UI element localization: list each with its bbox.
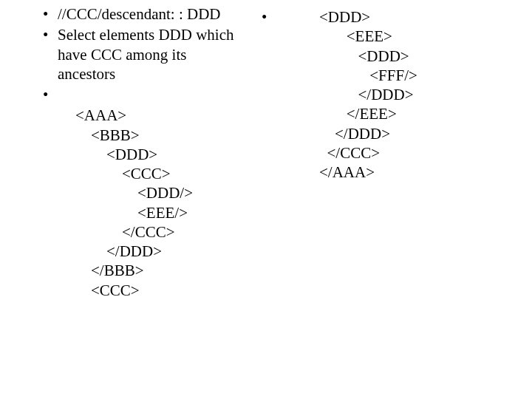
xml-code-left: <AAA> <BBB> <DDD> <CCC> <DDD/> <EEE/> </… (75, 106, 247, 300)
bullet-icon: • (40, 25, 58, 44)
right-bullet-wrap: • <DDD> <EEE> <DDD> <FFF/> </DDD> </EEE>… (259, 7, 510, 182)
xml-code-right: <DDD> <EEE> <DDD> <FFF/> </DDD> </EEE> <… (319, 7, 417, 182)
left-column: • //CCC/descendant: : DDD • Select eleme… (40, 4, 247, 300)
bullet-item-description: • Select elements DDD which have CCC amo… (40, 25, 247, 83)
bullet-item-empty: • (40, 85, 247, 104)
bullet-item-xpath: • //CCC/descendant: : DDD (40, 4, 247, 24)
bullet-text-xpath: //CCC/descendant: : DDD (58, 4, 247, 24)
bullet-icon: • (40, 85, 58, 104)
bullet-icon: • (259, 7, 312, 27)
bullet-icon: • (40, 4, 58, 24)
bullet-text-description: Select elements DDD which have CCC among… (58, 25, 247, 83)
right-column: • <DDD> <EEE> <DDD> <FFF/> </DDD> </EEE>… (259, 7, 510, 182)
